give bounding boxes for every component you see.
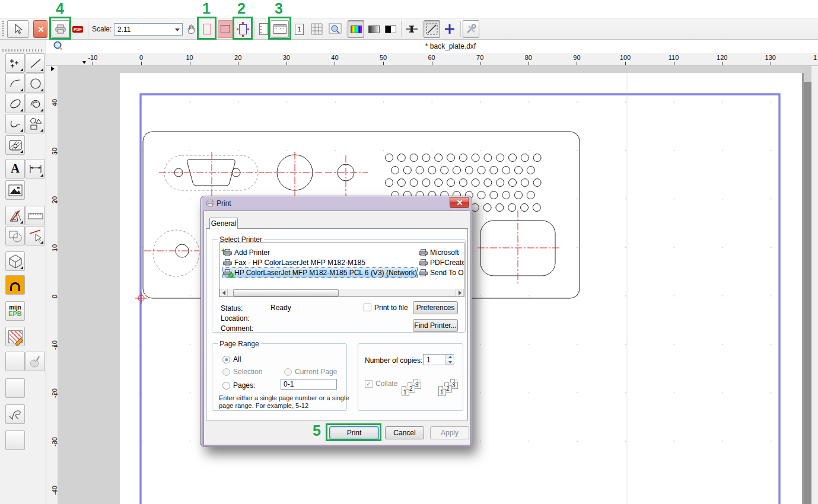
color-mode-button[interactable] <box>348 20 364 38</box>
line-tool[interactable] <box>26 53 45 73</box>
stamp-tool[interactable] <box>26 352 45 371</box>
location-label: Location: <box>221 314 250 323</box>
curve-check-tool[interactable] <box>5 404 25 424</box>
pan-button[interactable] <box>182 20 200 38</box>
hatch-edit-tool[interactable] <box>5 327 25 346</box>
print-area-button[interactable] <box>199 20 215 38</box>
hruler-label: 120 <box>717 54 727 61</box>
print-button[interactable] <box>52 20 69 38</box>
printer-item[interactable]: +Add Printer <box>223 248 270 257</box>
ruler-corner <box>46 53 58 66</box>
print-preview-button[interactable] <box>326 20 344 38</box>
scroll-thumb[interactable] <box>233 289 339 296</box>
arrow-left-icon <box>220 291 225 295</box>
single-page-button[interactable]: 1 <box>292 20 307 38</box>
spinner-up-button[interactable] <box>445 355 454 359</box>
print-to-file-checkbox[interactable] <box>364 304 371 311</box>
printer-item-label: Fax - HP ColorLaserJet MFP M182-M185 <box>234 259 365 267</box>
select-tool-button[interactable] <box>7 20 28 38</box>
settings-button[interactable] <box>463 20 479 38</box>
polyline-tool[interactable] <box>5 114 25 133</box>
edit-print-area-button[interactable] <box>235 20 250 38</box>
hruler-label-partial: 1 <box>813 54 817 61</box>
cancel-button[interactable]: Cancel <box>385 426 424 439</box>
line-width-icon <box>405 25 418 33</box>
blank-tool-1[interactable] <box>5 352 25 371</box>
hruler-label: 70 <box>476 54 483 61</box>
pan-hand-icon <box>186 24 196 34</box>
show-print-area-button[interactable] <box>218 20 233 38</box>
printer-item[interactable]: Microsoft <box>419 248 459 257</box>
mijn-epb-tool[interactable]: mijnEPB <box>5 301 25 321</box>
grayscale-mode-button[interactable] <box>366 20 382 38</box>
ellipse-tool[interactable] <box>5 94 25 113</box>
snap-cross-button[interactable] <box>442 20 457 38</box>
spline-tool[interactable] <box>26 94 45 113</box>
landscape-page-button[interactable] <box>270 20 289 38</box>
print-confirm-button[interactable]: Print <box>329 426 379 439</box>
find-printer-button[interactable]: Find Printer... <box>413 319 458 332</box>
scroll-left-button[interactable] <box>219 289 228 297</box>
comment-label: Comment: <box>221 324 253 333</box>
tools-panel-grip[interactable] <box>2 49 44 52</box>
text-tool[interactable]: A <box>5 159 25 178</box>
ruler-origin-marker <box>51 66 57 71</box>
apply-button[interactable]: Apply <box>430 426 469 439</box>
pdf-export-button[interactable]: PDF <box>71 20 85 38</box>
print-dialog: Print General Select Printer +Add Printe… <box>200 196 472 447</box>
hruler-label: -10 <box>88 54 97 61</box>
ruler-tool[interactable] <box>26 206 45 225</box>
arc-tool[interactable] <box>5 74 25 93</box>
line-width-button[interactable] <box>403 20 420 38</box>
close-button[interactable] <box>450 197 469 208</box>
blackwhite-mode-icon <box>385 25 396 33</box>
scale-select[interactable]: 2.11 <box>114 23 183 36</box>
print-dialog-titlebar[interactable]: Print <box>201 196 472 210</box>
blank-tool-3[interactable] <box>5 430 25 450</box>
printer-list[interactable]: +Add PrinterFax - HP ColorLaserJet MFP M… <box>219 243 464 297</box>
collate-page: 1 <box>402 386 409 396</box>
arch-tool[interactable] <box>5 275 25 295</box>
vruler-label: -20 <box>51 385 58 401</box>
trim-tool[interactable] <box>26 226 45 245</box>
copies-spinner[interactable]: 1 <box>423 354 454 365</box>
spinner-down-button[interactable] <box>445 360 454 365</box>
image-tool[interactable] <box>5 180 25 200</box>
printer-item[interactable]: ✓HP ColorLaserJet MFP M182-M185 PCL 6 (V… <box>223 268 417 277</box>
tab-general[interactable]: General <box>209 218 238 229</box>
scroll-right-button[interactable] <box>456 289 464 297</box>
printer-item[interactable]: Fax - HP ColorLaserJet MFP M182-M185 <box>223 258 365 267</box>
cancel-action-button[interactable] <box>33 20 47 38</box>
grid-pages-button[interactable] <box>308 20 324 38</box>
annotation-number-2: 2 <box>237 0 246 17</box>
printer-list-hscrollbar[interactable] <box>219 289 464 297</box>
blackwhite-mode-button[interactable] <box>383 20 399 38</box>
preferences-button[interactable]: Preferences <box>413 301 458 314</box>
range-current-page-radio[interactable] <box>284 368 292 376</box>
dimension-tool[interactable] <box>26 159 45 178</box>
printer-item[interactable]: PDFCreate <box>419 258 464 267</box>
pages-input[interactable] <box>281 379 337 390</box>
line-style-button[interactable] <box>424 20 440 38</box>
range-selection-radio[interactable] <box>222 368 230 376</box>
grayscale-mode-icon <box>368 25 380 33</box>
circle-tool[interactable] <box>26 74 45 93</box>
range-pages-radio[interactable] <box>222 382 230 390</box>
toolbar-grip[interactable] <box>2 21 4 37</box>
drafting-tools[interactable] <box>5 206 25 225</box>
points-tool[interactable] <box>5 53 25 73</box>
portrait-page-button[interactable] <box>256 20 270 38</box>
print-dialog-title: Print <box>217 199 231 208</box>
polygon-shapes-tool[interactable] <box>26 114 45 133</box>
printer-item[interactable]: Send To O <box>419 268 463 277</box>
grid-icon <box>311 23 323 35</box>
range-all-radio[interactable] <box>222 356 230 363</box>
collate-checkbox[interactable]: ✓ <box>365 380 373 388</box>
hatch-tool[interactable] <box>5 135 25 155</box>
cube-3d-tool[interactable] <box>5 251 25 271</box>
zoom-logo-icon[interactable] <box>53 41 63 50</box>
document-title-bar: * back_plate.dxf <box>0 40 818 53</box>
blank-tool-2[interactable] <box>5 378 25 398</box>
pages-help-line1: Enter either a single page number or a s… <box>219 394 349 401</box>
shapes-overlap-tool[interactable] <box>5 226 25 245</box>
